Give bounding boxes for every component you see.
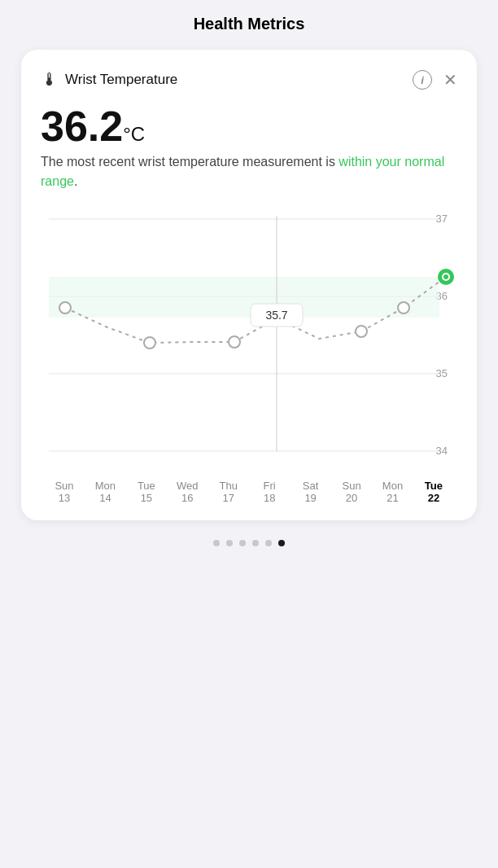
svg-point-15 <box>356 326 367 337</box>
info-button[interactable]: i <box>413 70 432 90</box>
temperature-display: 36.2°C <box>41 105 457 147</box>
thermometer-icon: 🌡 <box>41 69 59 90</box>
page-indicator <box>213 540 285 546</box>
temp-unit: °C <box>123 123 145 145</box>
svg-rect-6 <box>49 277 439 318</box>
svg-point-16 <box>398 302 409 313</box>
svg-point-12 <box>59 302 71 313</box>
info-icon: i <box>413 70 432 90</box>
x-label-tue22: Tue 22 <box>413 480 454 504</box>
x-label-sun20: Sun 20 <box>331 480 372 504</box>
card-title: Wrist Temperature <box>65 72 177 88</box>
svg-point-19 <box>443 274 448 279</box>
x-label-fri18: Fri 18 <box>249 480 290 504</box>
x-label-sat19: Sat 19 <box>290 480 331 504</box>
dot-2 <box>226 540 233 546</box>
svg-text:35.7: 35.7 <box>265 309 287 322</box>
temperature-chart: 37 36 35 34 <box>41 208 457 468</box>
card-title-group: 🌡 Wrist Temperature <box>41 69 177 90</box>
description-after: . <box>74 174 77 188</box>
x-label-wed16: Wed 16 <box>167 480 208 504</box>
dot-6 <box>278 540 285 546</box>
wrist-temperature-card: 🌡 Wrist Temperature i ✕ 36.2°C The most … <box>21 50 477 520</box>
x-label-mon14: Mon 14 <box>85 480 125 504</box>
dot-1 <box>213 540 220 546</box>
temperature-description: The most recent wrist temperature measur… <box>41 152 457 191</box>
chart-area: 37 36 35 34 <box>41 208 457 504</box>
card-actions: i ✕ <box>413 70 457 90</box>
dot-5 <box>265 540 272 546</box>
description-before: The most recent wrist temperature measur… <box>41 155 339 169</box>
close-button[interactable]: ✕ <box>443 72 457 88</box>
dot-3 <box>239 540 246 546</box>
x-label-sun13: Sun 13 <box>44 480 85 504</box>
x-axis: Sun 13 Mon 14 Tue 15 Wed 16 Thu 17 Fri 1… <box>41 475 457 504</box>
svg-point-13 <box>144 337 155 349</box>
x-label-tue15: Tue 15 <box>126 480 167 504</box>
svg-point-14 <box>229 336 240 348</box>
close-icon: ✕ <box>443 72 457 88</box>
x-label-thu17: Thu 17 <box>208 480 249 504</box>
card-header: 🌡 Wrist Temperature i ✕ <box>41 69 457 90</box>
page-header: Health Metrics <box>0 0 498 43</box>
x-label-mon21: Mon 21 <box>373 480 413 504</box>
page-title: Health Metrics <box>194 15 305 33</box>
dot-4 <box>252 540 259 546</box>
temp-number: 36.2 <box>41 103 123 150</box>
